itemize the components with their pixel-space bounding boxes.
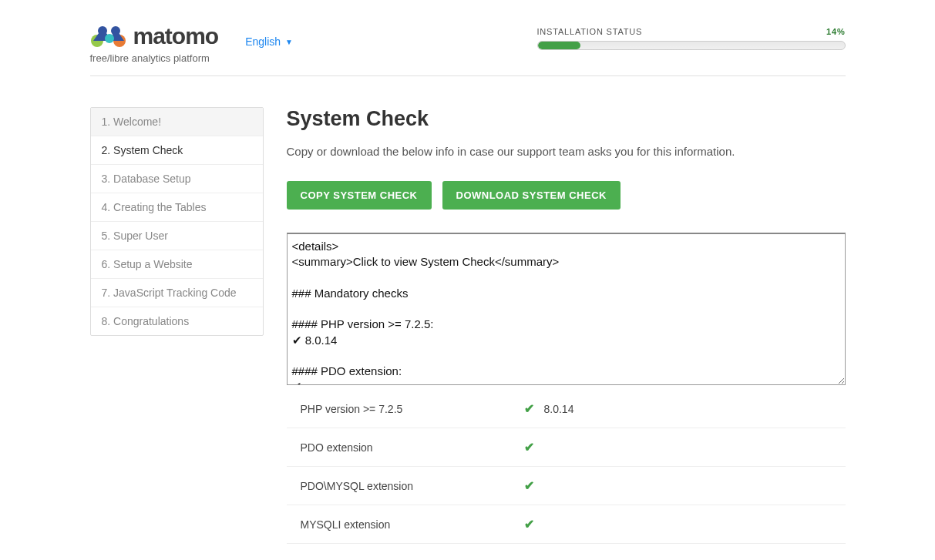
progress-bar xyxy=(537,41,846,50)
sidebar-item-js-tracking: 7. JavaScript Tracking Code xyxy=(91,279,263,307)
check-label: PHP version >= 7.2.5 xyxy=(301,403,524,415)
caret-down-icon: ▼ xyxy=(285,38,293,46)
sidebar-item-super-user: 5. Super User xyxy=(91,222,263,250)
language-label: English xyxy=(245,35,281,48)
sidebar-item-creating-tables: 4. Creating the Tables xyxy=(91,193,263,222)
check-row-mysqli: MYSQLI extension ✔ xyxy=(287,505,846,544)
copy-system-check-button[interactable]: COPY SYSTEM CHECK xyxy=(287,181,432,210)
check-ok-icon: ✔ xyxy=(524,401,544,416)
logo-block: matomo free/libre analytics platform xyxy=(90,23,219,64)
download-system-check-button[interactable]: DOWNLOAD SYSTEM CHECK xyxy=(442,181,621,210)
sidebar-item-database-setup: 3. Database Setup xyxy=(91,165,263,193)
checks-table: PHP version >= 7.2.5 ✔ 8.0.14 PDO extens… xyxy=(287,390,846,544)
check-ok-icon: ✔ xyxy=(524,478,544,493)
sidebar: 1. Welcome! 2. System Check 3. Database … xyxy=(90,107,264,336)
page-description: Copy or download the below info in case … xyxy=(287,145,846,158)
tagline: free/libre analytics platform xyxy=(90,52,219,64)
check-ok-icon: ✔ xyxy=(524,440,544,454)
page-title: System Check xyxy=(287,107,846,131)
check-row-pdo-mysql: PDO\MYSQL extension ✔ xyxy=(287,467,846,505)
check-label: PDO extension xyxy=(301,441,524,454)
progress-fill xyxy=(538,42,581,49)
system-check-textarea[interactable] xyxy=(287,233,846,385)
status-label: INSTALLATION STATUS xyxy=(537,27,643,36)
sidebar-item-setup-website: 6. Setup a Website xyxy=(91,250,263,279)
check-label: MYSQLI extension xyxy=(301,518,524,531)
language-selector[interactable]: English ▼ xyxy=(245,35,293,48)
header: matomo free/libre analytics platform Eng… xyxy=(90,0,846,76)
matomo-logo-icon xyxy=(90,25,127,48)
check-row-pdo: PDO extension ✔ xyxy=(287,428,846,467)
svg-point-2 xyxy=(98,26,107,35)
check-ok-icon: ✔ xyxy=(524,517,544,531)
status-percent: 14% xyxy=(826,27,845,36)
check-row-php-version: PHP version >= 7.2.5 ✔ 8.0.14 xyxy=(287,390,846,428)
svg-point-4 xyxy=(111,26,120,35)
svg-point-3 xyxy=(105,34,114,43)
sidebar-item-welcome[interactable]: 1. Welcome! xyxy=(91,108,263,136)
installation-status: INSTALLATION STATUS 14% xyxy=(537,23,846,50)
check-label: PDO\MYSQL extension xyxy=(301,480,524,492)
check-value: 8.0.14 xyxy=(544,403,574,415)
sidebar-item-congratulations: 8. Congratulations xyxy=(91,307,263,335)
sidebar-item-system-check[interactable]: 2. System Check xyxy=(91,136,263,165)
content: System Check Copy or download the below … xyxy=(287,107,846,544)
brand-name: matomo xyxy=(133,23,219,49)
